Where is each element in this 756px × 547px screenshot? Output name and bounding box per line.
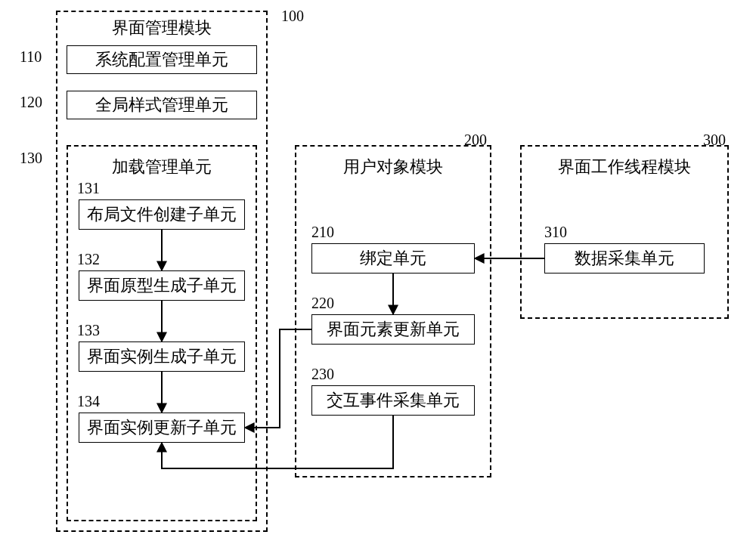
box-133: 界面实例生成子单元 bbox=[79, 341, 245, 372]
box-210: 绑定单元 bbox=[311, 243, 475, 274]
module-300-title: 界面工作线程模块 bbox=[520, 156, 729, 178]
box-110-label: 系统配置管理单元 bbox=[95, 48, 228, 71]
module-200-title: 用户对象模块 bbox=[295, 156, 491, 178]
box-132-label: 界面原型生成子单元 bbox=[87, 274, 237, 297]
box-120-label: 全局样式管理单元 bbox=[95, 94, 228, 116]
box-220: 界面元素更新单元 bbox=[311, 314, 475, 345]
box-230-label: 交互事件采集单元 bbox=[327, 389, 460, 412]
submodule-130-ref: 130 bbox=[20, 150, 42, 167]
box-120: 全局样式管理单元 bbox=[67, 91, 257, 119]
box-134-label: 界面实例更新子单元 bbox=[87, 416, 237, 439]
box-310: 数据采集单元 bbox=[544, 243, 705, 274]
box-210-ref: 210 bbox=[311, 224, 334, 241]
box-220-ref: 220 bbox=[311, 295, 334, 312]
box-110: 系统配置管理单元 bbox=[67, 45, 257, 74]
box-131: 布局文件创建子单元 bbox=[79, 199, 245, 230]
module-300-ref: 300 bbox=[703, 131, 726, 149]
box-131-ref: 131 bbox=[77, 180, 100, 197]
box-110-ref: 110 bbox=[20, 48, 42, 66]
box-132-ref: 132 bbox=[77, 251, 100, 268]
box-310-label: 数据采集单元 bbox=[575, 247, 674, 270]
module-100-ref: 100 bbox=[281, 8, 304, 25]
box-133-ref: 133 bbox=[77, 322, 100, 339]
box-230: 交互事件采集单元 bbox=[311, 385, 475, 416]
diagram-canvas: 界面管理模块 100 系统配置管理单元 110 全局样式管理单元 120 加载管… bbox=[0, 0, 756, 547]
box-131-label: 布局文件创建子单元 bbox=[87, 203, 237, 226]
box-310-ref: 310 bbox=[544, 224, 567, 241]
box-220-label: 界面元素更新单元 bbox=[327, 318, 460, 341]
box-120-ref: 120 bbox=[20, 94, 42, 111]
box-132: 界面原型生成子单元 bbox=[79, 270, 245, 301]
module-200-ref: 200 bbox=[464, 131, 487, 149]
box-134-ref: 134 bbox=[77, 393, 100, 410]
box-134: 界面实例更新子单元 bbox=[79, 413, 245, 443]
module-100-title: 界面管理模块 bbox=[56, 17, 268, 39]
box-230-ref: 230 bbox=[311, 366, 334, 383]
box-210-label: 绑定单元 bbox=[360, 247, 426, 270]
submodule-130-title: 加载管理单元 bbox=[67, 156, 257, 178]
box-133-label: 界面实例生成子单元 bbox=[87, 345, 237, 368]
